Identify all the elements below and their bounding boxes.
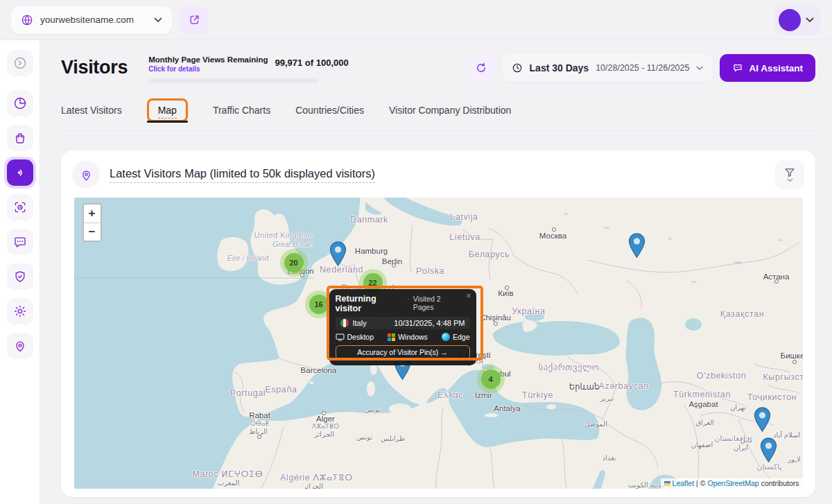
- avatar: [779, 9, 801, 31]
- sidebar-item-chat[interactable]: [7, 229, 33, 255]
- italy-flag-icon: [340, 319, 349, 327]
- refresh-button[interactable]: [467, 54, 495, 82]
- visitor-pin[interactable]: [754, 407, 771, 432]
- globe-icon: [21, 14, 33, 26]
- city-dot: [505, 286, 509, 290]
- chevron-down-icon: [696, 66, 703, 71]
- popup-title: Returning visitor: [336, 294, 404, 313]
- visitor-pin[interactable]: [329, 241, 347, 266]
- quota-label: Monthly Page Views Remaining: [148, 55, 268, 64]
- map-filter-button[interactable]: [775, 160, 804, 189]
- map-attribution: Leaflet | © OpenStreetMap contributors: [661, 478, 803, 489]
- windows-logo-icon: [388, 333, 395, 341]
- date-range-label: Last 30 Days: [530, 62, 589, 73]
- cluster-count: 16: [309, 295, 329, 314]
- cluster-marker[interactable]: 20: [280, 249, 308, 277]
- leaflet-link[interactable]: Leaflet: [673, 479, 695, 487]
- date-range-selector[interactable]: Last 30 Days 10/28/2025 - 11/26/2025: [502, 54, 713, 82]
- tab-label: Countries/Cities: [295, 105, 364, 116]
- location-pin-icon: [80, 168, 93, 182]
- leaflet-flag-icon: [664, 481, 670, 486]
- popup-os: Windows: [398, 333, 428, 341]
- visitors-radar-icon: [13, 166, 27, 180]
- sidebar-item-security[interactable]: [7, 263, 33, 290]
- chevron-down-icon: [787, 178, 793, 182]
- popup-browser: Edge: [453, 333, 470, 341]
- shield-check-icon: [13, 270, 27, 284]
- topbar: yourwebsitename.com: [0, 0, 832, 40]
- card-title: Latest Visitors Map (limited to 50k disp…: [110, 167, 375, 183]
- external-link-icon: [189, 14, 200, 26]
- accuracy-button[interactable]: Accuracy of Visitor Pin(s) →: [336, 345, 470, 360]
- sidebar-item-store[interactable]: [7, 125, 33, 151]
- city-dot: [792, 360, 797, 364]
- sidebar-item-recordings[interactable]: [7, 194, 33, 220]
- tabs: Latest VisitorsMapTraffic ChartsCountrie…: [61, 98, 815, 122]
- tab-map[interactable]: Map: [147, 98, 188, 122]
- tab-traffic-charts[interactable]: Traffic Charts: [213, 105, 270, 116]
- attribution-separator: | ©: [696, 479, 705, 487]
- sidebar: [0, 40, 40, 504]
- ai-assistant-button[interactable]: AI Assistant: [720, 54, 815, 82]
- sidebar-item-dashboard[interactable]: [7, 90, 33, 116]
- card-pin-icon-wrap: [72, 161, 100, 189]
- map-canvas[interactable]: + − × Returning visitor · Visited 2 Page…: [74, 198, 803, 489]
- open-website-button[interactable]: [180, 6, 208, 34]
- city-dot: [494, 322, 498, 326]
- popup-close-icon[interactable]: ×: [466, 291, 471, 300]
- chat-bubble-icon: [13, 235, 27, 249]
- tab-label: Latest Visitors: [61, 105, 122, 116]
- openstreetmap-link[interactable]: OpenStreetMap: [708, 479, 759, 487]
- clock-icon: [512, 62, 523, 73]
- funnel-icon: [784, 168, 795, 177]
- sidebar-item-collapse[interactable]: [7, 50, 33, 76]
- tab-countries-cities[interactable]: Countries/Cities: [295, 105, 364, 116]
- tab-label: Map: [158, 105, 177, 119]
- city-dot: [595, 385, 599, 389]
- chevron-down-icon: [806, 17, 814, 23]
- zoom-in-button[interactable]: +: [84, 205, 101, 223]
- quota-block: Monthly Page Views Remaining Click for d…: [148, 54, 349, 83]
- visitor-popup: × Returning visitor · Visited 2 Pages It…: [329, 289, 476, 365]
- user-menu[interactable]: [774, 5, 821, 35]
- pie-chart-icon: [13, 96, 27, 110]
- map-zoom-control: + −: [83, 203, 102, 242]
- shopping-bag-icon: [13, 131, 27, 145]
- city-dot: [392, 263, 396, 268]
- ai-assistant-label: AI Assistant: [749, 63, 803, 73]
- website-name: yourwebsitename.com: [40, 15, 147, 25]
- quota-details-link[interactable]: Click for details: [148, 65, 268, 73]
- sidebar-item-map[interactable]: [7, 333, 33, 359]
- zoom-out-button[interactable]: −: [84, 223, 101, 241]
- page-header: Visitors Monthly Page Views Remaining Cl…: [40, 40, 832, 131]
- sidebar-item-settings[interactable]: [7, 298, 33, 324]
- cluster-count: 4: [481, 370, 501, 389]
- popup-country: Italy: [353, 319, 367, 327]
- city-dot: [774, 279, 779, 284]
- chevron-down-icon: [154, 17, 162, 23]
- collapse-icon: [13, 56, 27, 70]
- tab-label: Visitor Company Distribution: [389, 105, 511, 116]
- tab-latest-visitors[interactable]: Latest Visitors: [61, 105, 122, 116]
- tab-visitor-company-distribution[interactable]: Visitor Company Distribution: [389, 105, 511, 116]
- city-dot: [552, 227, 556, 232]
- attribution-suffix: contributors: [761, 479, 799, 487]
- visitor-pin[interactable]: [760, 437, 777, 462]
- popup-pages: Visited 2 Pages: [413, 295, 463, 311]
- tab-label: Traffic Charts: [213, 105, 270, 116]
- gear-icon: [13, 304, 27, 318]
- cluster-count: 20: [284, 253, 304, 272]
- refresh-icon: [475, 62, 487, 74]
- popup-device: Desktop: [347, 333, 374, 341]
- website-selector[interactable]: yourwebsitename.com: [11, 6, 172, 34]
- city-dot: [322, 411, 326, 415]
- cluster-marker[interactable]: 4: [477, 365, 505, 393]
- sidebar-item-visitors-active[interactable]: [4, 157, 36, 189]
- popup-datetime: 10/31/2025, 4:48 PM: [394, 319, 465, 327]
- map-card: Latest Visitors Map (limited to 50k disp…: [61, 150, 815, 497]
- visitor-pin[interactable]: [628, 233, 645, 258]
- popup-separator: ·: [407, 295, 409, 303]
- cluster-marker[interactable]: 16: [305, 290, 333, 318]
- ai-chat-icon: [732, 62, 743, 73]
- quota-value: 99,971 of 100,000: [275, 55, 348, 68]
